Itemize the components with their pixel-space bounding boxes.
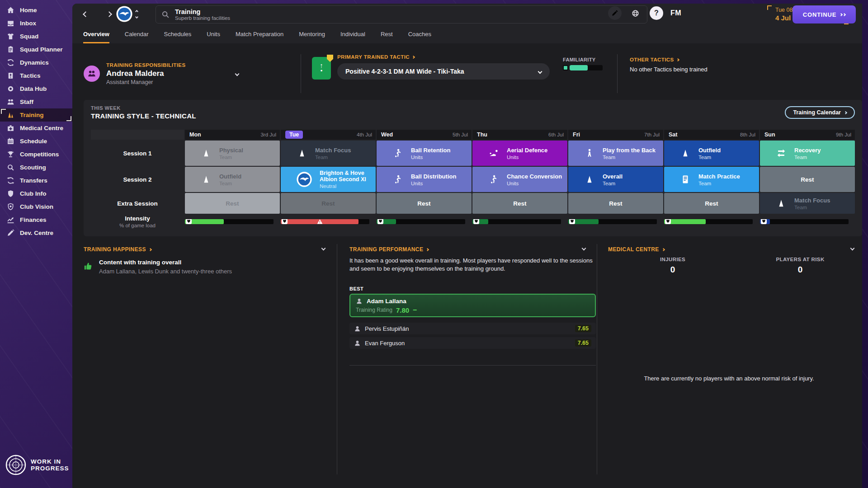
primary-tactic-select[interactable]: Positive 4-2-3-1 DM AM Wide - Tiki-Taka [337, 63, 550, 80]
chevron-down-icon[interactable] [850, 246, 855, 251]
responsibilities-heading: TRAINING RESPONSIBILITIES [106, 62, 186, 68]
continue-button[interactable]: CONTINUE [793, 5, 856, 23]
transfers-icon [7, 177, 14, 184]
training-responsibilities[interactable]: TRAINING RESPONSIBILITIES Andrea Maldera… [84, 54, 239, 93]
sidebar-item-schedule[interactable]: Schedule [0, 135, 72, 148]
divider [349, 365, 596, 366]
sidebar-item-competitions[interactable]: Competitions [0, 148, 72, 161]
player-rating-row-pervis-estupi-n[interactable]: Pervis Estupiñán7.65 [349, 323, 596, 334]
training-calendar-button[interactable]: Training Calendar [785, 106, 855, 119]
other-tactics-text: No other Tactics being trained [630, 66, 708, 73]
sidebar: HomeInboxSquadSquad PlannerDynamicsTacti… [0, 0, 72, 488]
happiness-item[interactable]: Content with training overall Adam Lalla… [84, 259, 323, 275]
sidebar-item-label: Competitions [20, 151, 59, 158]
chevron-down-icon[interactable] [135, 15, 138, 18]
medical-centre-heading[interactable]: MEDICAL CENTRE [608, 246, 665, 253]
world-button[interactable] [629, 6, 642, 20]
extra-session-rest[interactable]: Rest [568, 193, 663, 214]
sidebar-item-dynamics[interactable]: Dynamics [0, 56, 72, 69]
chevron-right-icon [676, 58, 679, 61]
schedule-icon [7, 137, 14, 145]
session1-play-from-the-back[interactable]: Play from the BackTeam [568, 141, 663, 166]
tactic-icon: ↑ • [312, 57, 331, 80]
sidebar-item-squad[interactable]: Squad [0, 30, 72, 43]
player-ball-icon [392, 147, 404, 159]
sidebar-item-squad-planner[interactable]: Squad Planner [0, 43, 72, 56]
extra-session-rest[interactable]: Rest [664, 193, 759, 214]
session2-chance-conversion[interactable]: Chance ConversionUnits [472, 167, 567, 192]
tab-match-preparation[interactable]: Match Preparation [236, 25, 283, 43]
sidebar-item-club-vision[interactable]: Club Vision [0, 200, 72, 213]
pencil-icon [611, 9, 618, 17]
tab-rest[interactable]: Rest [381, 25, 393, 43]
page-subtitle: Superb training facilities [175, 15, 230, 21]
extra-session-rest[interactable]: Rest [377, 193, 472, 214]
back-button[interactable] [80, 8, 91, 20]
sidebar-item-inbox[interactable]: Inbox [0, 17, 72, 30]
player-rating-row-evan-ferguson[interactable]: Evan Ferguson7.65 [349, 337, 596, 349]
sidebar-item-transfers[interactable]: Transfers [0, 174, 72, 187]
extra-session-rest[interactable]: Rest [185, 193, 280, 214]
sidebar-item-label: Dev. Centre [20, 230, 53, 236]
tab-mentoring[interactable]: Mentoring [299, 25, 325, 43]
club-badge-brighton-icon[interactable] [116, 5, 133, 23]
edit-button[interactable] [608, 6, 622, 20]
divider [301, 54, 301, 93]
session2-brighton-hove-albion-second-xi[interactable]: Brighton & Hove Albion Second XINeutral [281, 167, 376, 192]
tab-coaches[interactable]: Coaches [408, 25, 431, 43]
training-happiness-heading[interactable]: TRAINING HAPPINESS [84, 246, 151, 253]
this-week-label: THIS WEEK [91, 105, 855, 111]
familiarity-label: FAMILIARITY [563, 57, 603, 62]
tab-schedules[interactable]: Schedules [164, 25, 192, 43]
extra-session-rest[interactable]: Rest [281, 193, 376, 214]
forward-button[interactable] [103, 8, 115, 20]
heart-icon [186, 219, 192, 224]
session2-rest[interactable]: Rest [760, 167, 855, 192]
session1-outfield[interactable]: OutfieldTeam [664, 141, 759, 166]
sidebar-item-club-info[interactable]: Club Info [0, 187, 72, 200]
primary-tactic-heading[interactable]: PRIMARY TRAINED TACTIC [337, 54, 550, 60]
club-switcher[interactable] [136, 10, 138, 18]
training-performance-heading[interactable]: TRAINING PERFORMANCE [349, 246, 429, 253]
session2-overall[interactable]: OverallTeam [568, 167, 663, 192]
session1-aerial-defence[interactable]: Aerial DefenceUnits [472, 141, 567, 166]
tab-overview[interactable]: Overview [83, 25, 109, 43]
globe-icon [632, 9, 639, 17]
chevron-down-icon[interactable] [582, 246, 586, 251]
session1-physical[interactable]: PhysicalTeam [185, 141, 280, 166]
sidebar-item-finances[interactable]: Finances [0, 213, 72, 226]
session2-outfield[interactable]: OutfieldTeam [185, 167, 280, 192]
chevron-down-icon[interactable] [235, 71, 239, 76]
cone-icon [679, 147, 691, 159]
player-avatar-icon [356, 298, 363, 305]
tab-calendar[interactable]: Calendar [125, 25, 149, 43]
sidebar-item-staff[interactable]: Staff [0, 95, 72, 108]
other-tactics-heading[interactable]: OTHER TACTICS [630, 57, 708, 62]
extra-session-match-focus[interactable]: Match FocusTeam [760, 193, 855, 214]
chevron-up-icon[interactable] [135, 9, 138, 13]
sidebar-item-label: Club Vision [20, 203, 53, 210]
chevron-down-icon[interactable] [321, 246, 326, 251]
help-button[interactable]: ? [650, 6, 663, 20]
session1-match-focus[interactable]: Match FocusTeam [281, 141, 376, 166]
tab-units[interactable]: Units [207, 25, 220, 43]
cone-icon [584, 174, 595, 185]
extra-session-rest[interactable]: Rest [472, 193, 567, 214]
intensity-bar [281, 215, 376, 228]
sidebar-item-home[interactable]: Home [0, 4, 72, 17]
session2-match-practice[interactable]: Match PracticeTeam [664, 167, 759, 192]
best-player-card[interactable]: Adam Lallana Training Rating 7.80 – [349, 294, 596, 317]
sidebar-item-data-hub[interactable]: Data Hub [0, 82, 72, 95]
session1-recovery[interactable]: RecoveryTeam [760, 141, 855, 166]
session2-ball-distribution[interactable]: Ball DistributionUnits [377, 167, 472, 192]
tabs-row: OverviewCalendarSchedulesUnitsMatch Prep… [72, 25, 862, 43]
tab-individual[interactable]: Individual [340, 25, 365, 43]
sidebar-item-training[interactable]: Training [0, 108, 72, 122]
sidebar-item-scouting[interactable]: Scouting [0, 161, 72, 174]
sidebar-item-tactics[interactable]: Tactics [0, 69, 72, 82]
session1-ball-retention[interactable]: Ball RetentionUnits [377, 141, 472, 166]
search-bar[interactable]: Training Superb training facilities [156, 5, 647, 23]
sidebar-item-dev-centre[interactable]: Dev. Centre [0, 226, 72, 239]
sidebar-item-label: Training [20, 112, 44, 118]
sidebar-item-medical-centre[interactable]: Medical Centre [0, 122, 72, 135]
